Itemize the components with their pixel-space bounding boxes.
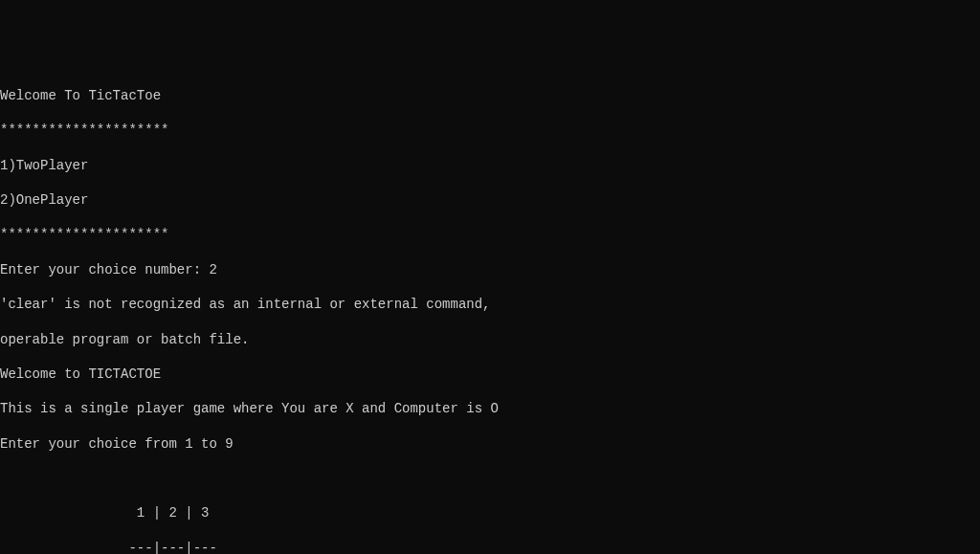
game-instructions: This is a single player game where You a…	[0, 400, 980, 417]
menu-option-2: 2)OnePlayer	[0, 191, 980, 209]
choice-instruction: Enter your choice from 1 to 9	[0, 435, 980, 453]
choice-prompt: Enter your choice number: 2	[0, 261, 980, 278]
welcome-subtitle: Welcome to TICTACTOE	[0, 366, 980, 383]
terminal-output[interactable]: Welcome To TicTacToe *******************…	[0, 70, 980, 554]
blank-line	[0, 470, 980, 487]
error-line-2: operable program or batch file.	[0, 331, 980, 348]
error-line-1: 'clear' is not recognized as an internal…	[0, 296, 980, 313]
divider: *********************	[0, 226, 980, 243]
menu-option-1: 1)TwoPlayer	[0, 157, 980, 174]
reference-board-row-1: 1 | 2 | 3	[0, 504, 980, 521]
divider: *********************	[0, 122, 980, 139]
welcome-title: Welcome To TicTacToe	[0, 87, 980, 104]
reference-board-divider: ---|---|---	[0, 540, 980, 554]
